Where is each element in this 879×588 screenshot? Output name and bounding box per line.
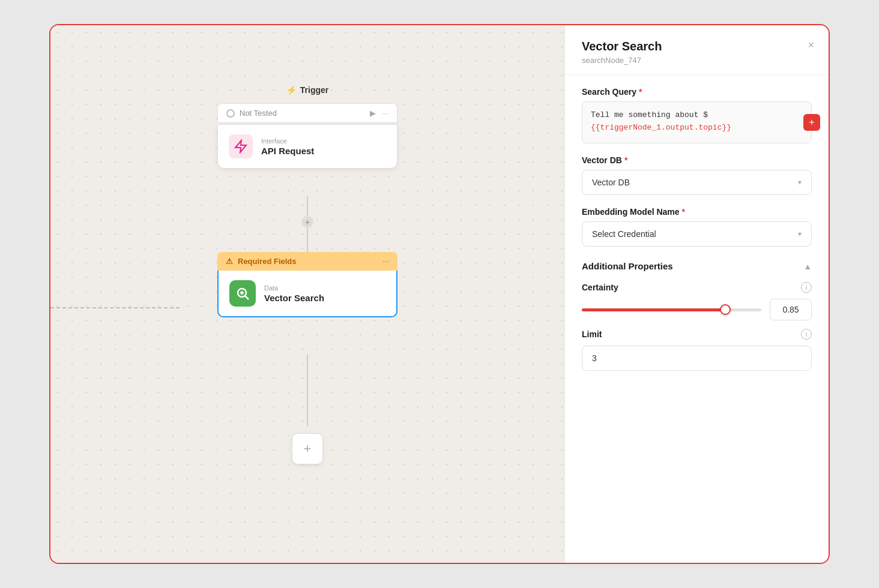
warning-icon: ⚠ [226,257,233,266]
add-variable-button[interactable]: + [803,114,820,131]
main-container: ⚡ Trigger Not Tested ▶ ··· Interface API… [49,24,830,564]
additional-props-label: Additional Properties [582,261,673,271]
vector-db-selected-value: Vector DB [592,178,630,187]
play-icon[interactable]: ▶ [370,109,376,118]
status-text: Not Tested [240,109,277,118]
embedding-model-required-star: * [682,207,685,217]
required-star: * [639,87,642,97]
limit-label: Limit [582,329,602,339]
vector-db-label: Vector DB * [582,155,812,165]
certainty-slider[interactable] [582,304,761,316]
api-node-info: Interface API Request [261,137,314,156]
vector-db-select[interactable]: Vector DB ▾ [582,170,812,195]
trigger-label: ⚡ Trigger [286,85,328,95]
certainty-header: Certainty i [582,282,812,293]
embedding-model-select[interactable]: Select Credential ▾ [582,221,812,247]
vector-db-required-star: * [624,155,627,165]
search-query-label: Search Query * [582,87,812,97]
connector-line-2 [307,228,308,252]
additional-props-header: Additional Properties ▲ [582,259,812,274]
api-icon [229,134,253,158]
api-node-category: Interface [261,137,314,145]
embedding-model-label: Embedding Model Name * [582,207,812,217]
embedding-model-selected-value: Select Credential [592,229,656,239]
connector-line-3 [307,354,308,426]
status-bar: Not Tested ▶ ··· [217,103,397,123]
panel-title: Vector Search [582,40,812,53]
panel-header: Vector Search searchNode_747 × [565,25,829,75]
vector-node-category: Data [264,284,324,292]
dashed-connector [50,307,180,308]
required-fields-node[interactable]: ⚠ Required Fields ··· Data Vector Search [217,252,397,317]
limit-field: Limit i [582,329,812,371]
search-query-plain-text: Tell me something about $ [591,110,708,119]
search-query-template-var: {{triggerNode_1.output.topic}} [591,123,731,132]
panel-close-button[interactable]: × [808,40,814,50]
certainty-info-icon[interactable]: i [801,282,812,293]
vector-search-icon [229,280,256,307]
lightning-icon: ⚡ [286,85,297,95]
vector-node-title: Vector Search [264,293,324,303]
status-circle-icon [226,109,235,118]
svg-marker-0 [235,140,246,152]
certainty-value: 0.85 [782,305,799,314]
search-query-section: Search Query * Tell me something about $… [582,87,812,143]
embedding-model-section: Embedding Model Name * Select Credential… [582,207,812,247]
certainty-slider-row: 0.85 [582,299,812,320]
right-panel: Vector Search searchNode_747 × Search Qu… [564,25,829,563]
additional-properties-section: Additional Properties ▲ Certainty i [582,259,812,371]
vector-db-section: Vector DB * Vector DB ▾ [582,155,812,195]
collapse-chevron-icon[interactable]: ▲ [803,262,812,271]
vector-db-chevron-icon: ▾ [798,178,802,187]
node-more-options-icon[interactable]: ··· [382,257,389,266]
add-variable-icon: + [809,117,814,128]
add-node-icon: + [304,441,312,457]
limit-input[interactable] [582,346,812,371]
certainty-field: Certainty i 0.85 [582,282,812,320]
search-query-wrapper: Tell me something about $ {{triggerNode_… [582,101,812,143]
slider-thumb[interactable] [720,304,731,315]
required-fields-label: Required Fields [238,257,297,266]
vector-search-node[interactable]: Data Vector Search [217,271,397,317]
canvas-area[interactable]: ⚡ Trigger Not Tested ▶ ··· Interface API… [50,25,564,563]
embedding-model-chevron-icon: ▾ [798,230,802,238]
vector-search-info: Data Vector Search [264,284,324,303]
certainty-label: Certainty [582,283,618,292]
api-request-node[interactable]: Interface API Request [217,124,397,169]
limit-info-icon[interactable]: i [801,329,812,340]
required-fields-header: ⚠ Required Fields ··· [217,252,397,271]
add-node-button[interactable]: + [292,433,323,464]
panel-subtitle: searchNode_747 [582,56,812,65]
more-icon[interactable]: ··· [382,109,388,118]
svg-line-2 [245,296,249,299]
search-query-input[interactable]: Tell me something about $ {{triggerNode_… [582,101,812,143]
add-connection-button[interactable]: + [301,216,313,228]
certainty-value-box[interactable]: 0.85 [770,299,812,320]
slider-track [582,308,761,311]
limit-header: Limit i [582,329,812,340]
api-node-title: API Request [261,146,314,156]
panel-body: Search Query * Tell me something about $… [565,75,829,383]
